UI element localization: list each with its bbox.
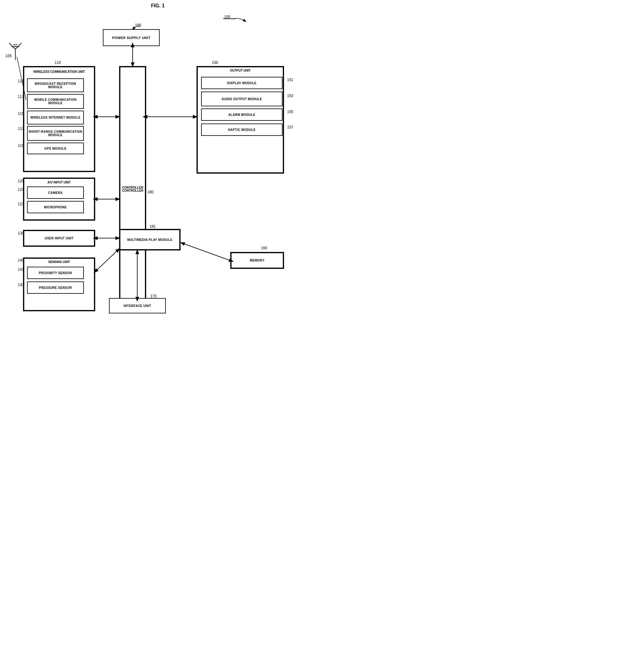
memory-box: MEMORY	[230, 252, 284, 269]
ref-119: 119	[18, 144, 24, 148]
ref-143: 143	[18, 283, 24, 287]
sensing-label: SENSING UNIT	[48, 260, 70, 264]
figure-title: FIG. 1	[151, 3, 165, 8]
output-label: OUTPUT UNIT	[230, 69, 251, 72]
ref-180: 180	[147, 190, 154, 194]
ref-113: 113	[18, 95, 24, 99]
interface-box: INTERFACE UNIT	[109, 298, 166, 313]
haptic-box: HAPTIC MODULE	[201, 123, 282, 136]
gps-box: GPS MODULE	[27, 143, 84, 154]
mobile-comm-box: MOBILE COMMUNICATION MODULE	[27, 94, 84, 109]
diagram-container: FIG. 1 100 190 POWER SUPPLY UNIT 105 110…	[0, 0, 316, 336]
ref-160: 160	[261, 246, 267, 250]
multimedia-box: MULTIMEDIA PLAY MODULE	[119, 229, 180, 250]
ref-111: 111	[18, 79, 24, 83]
ref-153: 153	[287, 94, 293, 98]
controller-text: CONTROLLER	[122, 186, 143, 189]
alarm-box: ALARM MODULE	[201, 109, 282, 121]
ref-121: 121	[18, 187, 24, 192]
ref-141: 141	[18, 267, 24, 272]
svg-line-11	[96, 249, 119, 270]
svg-line-1	[9, 43, 15, 49]
microphone-box: MICROPHONE	[27, 201, 84, 213]
ref-157: 157	[287, 125, 293, 129]
pressure-box: PRESSURE SENSOR	[27, 282, 84, 294]
ref-170: 170	[150, 294, 157, 298]
ref-123: 123	[18, 202, 24, 206]
ref-150: 150	[212, 61, 218, 65]
wireless-comm-label: WIRELESS COMMUNICATION UNIT	[33, 70, 85, 73]
broadcast-box: BROADCAST RECEPTION MODULE	[27, 78, 84, 92]
antenna-icon	[8, 40, 23, 62]
audio-output-box: AUDIO OUTPUT MODULE	[201, 92, 282, 106]
ref-181: 181	[150, 224, 156, 229]
camera-box: CAMERA	[27, 187, 84, 199]
user-input-box: USER INPUT UNIT	[23, 230, 95, 247]
av-input-label: A/V INPUT UNIT	[48, 181, 71, 184]
svg-line-14	[181, 243, 230, 261]
wireless-internet-box: WIRELESS INTERNET MODULE	[27, 111, 84, 124]
ref-117: 117	[18, 127, 24, 131]
proximity-box: PROXIMITY SENSOR	[27, 267, 84, 279]
ref-151: 151	[287, 78, 293, 82]
ref-190: 190	[135, 23, 141, 27]
power-supply-box: POWER SUPPLY UNIT	[103, 29, 160, 46]
ref-155: 155	[287, 110, 293, 114]
ref-115: 115	[18, 112, 24, 116]
ref-110: 110	[55, 61, 61, 65]
display-box: DISPLAY MODULE	[201, 77, 282, 89]
svg-line-2	[15, 43, 22, 49]
short-range-box: SHORT-RANGE COMMUNICATION MODULE	[27, 126, 84, 141]
